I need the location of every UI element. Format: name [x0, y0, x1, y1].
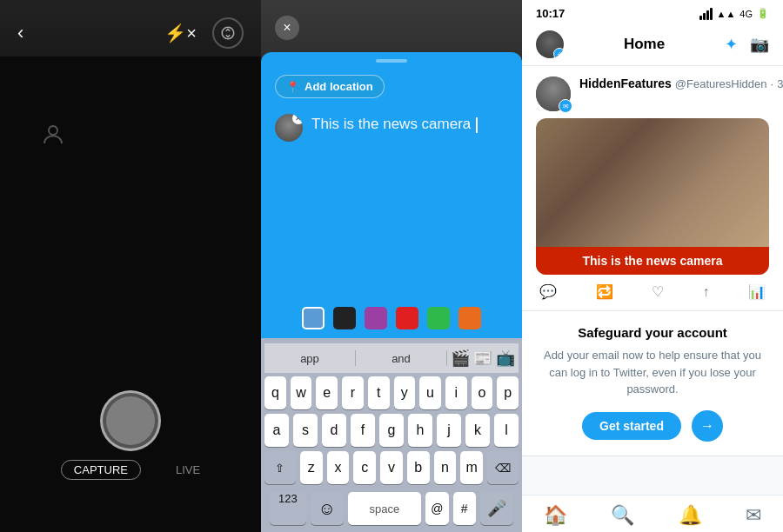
key-k[interactable]: k: [465, 414, 490, 447]
hash-key[interactable]: #: [453, 492, 476, 525]
numbers-key[interactable]: 123: [270, 492, 306, 525]
key-n[interactable]: n: [434, 451, 457, 484]
nav-search[interactable]: 🔍: [611, 504, 634, 527]
flip-camera-icon[interactable]: [212, 17, 244, 49]
key-p[interactable]: p: [497, 376, 519, 409]
color-red[interactable]: [396, 307, 418, 329]
nav-messages[interactable]: ✉: [746, 504, 761, 527]
color-black[interactable]: [333, 307, 356, 329]
key-m[interactable]: m: [460, 451, 483, 484]
key-z[interactable]: z: [300, 451, 323, 484]
share-button[interactable]: ↑: [703, 284, 710, 300]
flash-off-icon[interactable]: ⚡×: [164, 23, 197, 43]
emoji-suggestion-3[interactable]: 📺: [496, 349, 515, 368]
nav-home[interactable]: 🏠: [544, 504, 567, 527]
key-l[interactable]: l: [494, 414, 519, 447]
twitter-bottom-nav: 🏠 🔍 🔔 ✉: [522, 495, 783, 532]
key-s[interactable]: s: [293, 414, 318, 447]
tweet-dm-icon: ✉: [559, 99, 572, 113]
camera-panel: ‹ ⚡× CAPTURE LIVE: [0, 0, 261, 532]
color-orange[interactable]: [458, 307, 481, 329]
safeguard-actions: Get started →: [536, 410, 769, 442]
camera-icon[interactable]: 📷: [750, 35, 769, 54]
analytics-icon: 📊: [748, 283, 766, 300]
color-purple[interactable]: [365, 307, 387, 329]
arrow-right-icon: →: [700, 418, 714, 434]
emoji-suggestion-2[interactable]: 📰: [473, 349, 492, 368]
emoji-key[interactable]: ☺: [311, 492, 344, 525]
close-button[interactable]: ×: [275, 16, 299, 40]
tweet-input-area[interactable]: ✕ This is the news camera: [261, 107, 522, 298]
get-started-button[interactable]: Get started: [582, 412, 681, 440]
live-label[interactable]: LIVE: [176, 463, 200, 476]
dismiss-button[interactable]: →: [692, 410, 723, 442]
battery-icon: 🔋: [757, 8, 769, 19]
tweet-time: ·: [771, 77, 774, 90]
keyboard: app and 🎬 📰 📺 q w e r t y u i o: [261, 338, 522, 532]
safeguard-description: Add your email now to help ensure that y…: [536, 347, 769, 398]
tweet-avatar: ✉: [536, 76, 571, 111]
sparkle-icon[interactable]: ✦: [725, 35, 738, 54]
key-i[interactable]: i: [445, 376, 467, 409]
retweet-icon: 🔁: [596, 283, 613, 300]
emoji-suggestion-1[interactable]: 🎬: [451, 349, 470, 368]
header-icons: ✦ 📷: [725, 35, 769, 54]
suggestion-app[interactable]: app: [268, 352, 351, 365]
search-icon: 🔍: [611, 504, 634, 527]
back-button[interactable]: ‹: [17, 22, 23, 44]
status-bar: 10:17 ▲▲ 4G 🔋: [522, 0, 783, 23]
key-g[interactable]: g: [379, 414, 404, 447]
capture-label[interactable]: CAPTURE: [61, 460, 141, 480]
key-r[interactable]: r: [342, 376, 364, 409]
space-key[interactable]: space: [348, 492, 421, 525]
key-a[interactable]: a: [264, 414, 289, 447]
delete-key[interactable]: ⌫: [487, 451, 519, 484]
color-blue[interactable]: [302, 307, 325, 329]
composer-avatar: ✕: [275, 114, 303, 142]
tweet-text-content[interactable]: This is the news camera: [311, 114, 478, 135]
key-d[interactable]: d: [322, 414, 346, 447]
at-key[interactable]: @: [425, 492, 448, 525]
retweet-button[interactable]: 🔁: [596, 283, 613, 300]
color-green[interactable]: [427, 307, 450, 329]
svg-point-1: [49, 126, 57, 135]
add-location-button[interactable]: 📍 Add location: [275, 75, 385, 98]
key-x[interactable]: x: [327, 451, 350, 484]
capture-button[interactable]: [100, 390, 161, 451]
key-t[interactable]: t: [368, 376, 390, 409]
camera-labels: CAPTURE LIVE: [61, 460, 200, 480]
key-q[interactable]: q: [264, 376, 286, 409]
color-palette: [261, 298, 522, 338]
key-h[interactable]: h: [408, 414, 432, 447]
key-y[interactable]: y: [394, 376, 416, 409]
profile-avatar[interactable]: ✓: [536, 30, 564, 58]
shift-key[interactable]: ⇧: [264, 451, 296, 484]
key-c[interactable]: c: [353, 451, 376, 484]
mic-key[interactable]: 🎤: [480, 492, 513, 525]
status-time: 10:17: [536, 7, 565, 20]
keyboard-row-3: ⇧ z x c v b n m ⌫: [264, 451, 519, 484]
key-u[interactable]: u: [419, 376, 441, 409]
camera-face-badge: [40, 122, 66, 154]
key-e[interactable]: e: [316, 376, 338, 409]
safeguard-title: Safeguard your account: [536, 325, 769, 340]
camera-capture-area: CAPTURE LIVE: [0, 390, 261, 480]
twitter-header: ✓ Home ✦ 📷: [522, 23, 783, 66]
suggestion-emojis: 🎬 📰 📺: [451, 349, 515, 368]
wifi-icon: ▲▲: [717, 9, 736, 19]
key-o[interactable]: o: [472, 376, 493, 409]
key-v[interactable]: v: [380, 451, 403, 484]
key-b[interactable]: b: [407, 451, 430, 484]
key-w[interactable]: w: [291, 376, 312, 409]
keyboard-bottom-row: 123 ☺ space @ # 🎤: [264, 489, 519, 529]
avatar-badge: ✕: [292, 114, 303, 124]
key-f[interactable]: f: [351, 414, 375, 447]
analytics-button[interactable]: 📊: [748, 283, 766, 300]
camera-top-bar: ‹ ⚡×: [0, 17, 261, 49]
suggestion-and[interactable]: and: [359, 352, 443, 365]
like-button[interactable]: ♡: [652, 283, 664, 300]
key-j[interactable]: j: [437, 414, 461, 447]
reply-button[interactable]: 💬: [539, 283, 557, 300]
suggestion-divider-1: [355, 350, 356, 366]
nav-notifications[interactable]: 🔔: [679, 504, 702, 527]
